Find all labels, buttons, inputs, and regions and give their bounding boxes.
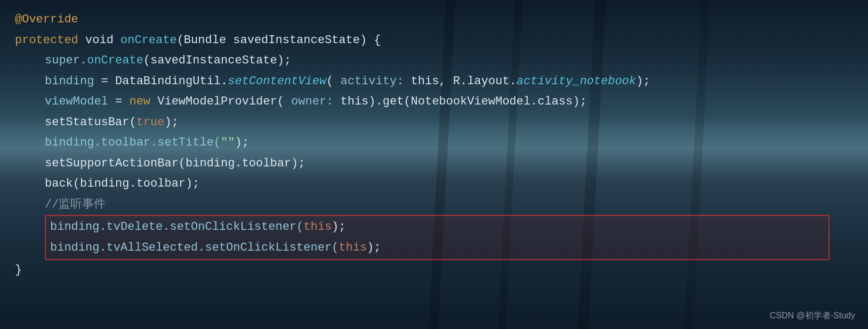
this-r: this, R.layout. xyxy=(404,71,516,92)
line-tvdelete: binding.tvDelete.setOnClickListener( thi… xyxy=(50,217,824,238)
line-protected-void: protected void onCreate (Bundle savedIns… xyxy=(15,30,853,51)
line-comment: //监听事件 xyxy=(15,195,853,215)
paren-open: ( xyxy=(326,71,340,92)
empty-string: "" xyxy=(221,133,235,154)
tvallselected-binding: binding.tvAllSelected.setOnClickListener… xyxy=(50,238,339,259)
line-statusbar: setStatusBar( true ); xyxy=(15,113,853,133)
line-closing-brace: } xyxy=(15,260,853,281)
keyword-protected: protected xyxy=(15,30,78,51)
setstatusbar-text: setStatusBar( xyxy=(45,113,136,133)
super-ref: super. xyxy=(45,51,87,71)
comment-text: //监听事件 xyxy=(45,195,106,215)
viewmodelprovider-text: ViewModelProvider( xyxy=(150,92,291,113)
line-tvallselected: binding.tvAllSelected.setOnClickListener… xyxy=(50,238,824,259)
line-databinding: binding = DataBindingUtil. setContentVie… xyxy=(15,71,853,92)
line-back: back(binding.toolbar); xyxy=(15,174,853,195)
true-value: true xyxy=(136,113,165,133)
line-setsupportactionbar: setSupportActionBar(binding.toolbar); xyxy=(15,154,853,174)
binding-var: binding xyxy=(45,71,94,92)
title-close: ); xyxy=(235,133,248,154)
viewmodel-var: viewModel xyxy=(45,92,108,113)
super-oncreate-method: onCreate xyxy=(87,51,143,71)
this-get: this).get(NotebookViewModel.class); xyxy=(333,92,586,113)
owner-param: owner: xyxy=(291,92,333,113)
equals-databinding: = DataBindingUtil. xyxy=(94,71,228,92)
statusbar-close: ); xyxy=(164,113,178,133)
activity-param: activity: xyxy=(341,71,404,92)
this-tvallselected: this xyxy=(339,238,367,259)
setcontentview-method: setContentView xyxy=(228,71,326,92)
tvallselected-close: ); xyxy=(367,238,381,259)
binding-toolbar-title: binding.toolbar.setTitle( xyxy=(45,133,221,154)
highlighted-block: binding.tvDelete.setOnClickListener( thi… xyxy=(45,215,830,260)
back-text: back(binding.toolbar); xyxy=(45,174,199,195)
setsupportactionbar-text: setSupportActionBar(binding.toolbar); xyxy=(45,154,305,174)
override-annotation: @Override xyxy=(15,10,78,30)
this-tvdelete: this xyxy=(303,217,332,238)
line-super-oncreate: super. onCreate (savedInstanceState); xyxy=(15,51,853,71)
paren-close-semi: ); xyxy=(636,71,650,92)
tvdelete-binding: binding.tvDelete.setOnClickListener( xyxy=(50,217,303,238)
params-bundle: (Bundle savedInstanceState) { xyxy=(177,30,381,51)
tvdelete-close: ); xyxy=(332,217,345,238)
equals-new: = xyxy=(108,92,130,113)
line-override: @Override xyxy=(15,10,853,30)
super-args: (savedInstanceState); xyxy=(143,51,291,71)
space-void: void xyxy=(78,30,120,51)
activity-notebook: activity_notebook xyxy=(517,71,636,92)
line-toolbar-title: binding.toolbar.setTitle( "" ); xyxy=(15,133,853,154)
watermark: CSDN @初学者-Study xyxy=(770,310,855,322)
keyword-new: new xyxy=(129,92,150,113)
method-oncreate: onCreate xyxy=(120,30,177,51)
watermark-text: CSDN @初学者-Study xyxy=(770,311,855,320)
line-viewmodel: viewModel = new ViewModelProvider( owner… xyxy=(15,92,853,113)
closing-brace: } xyxy=(15,260,22,281)
code-container: @Override protected void onCreate (Bundl… xyxy=(0,0,868,329)
